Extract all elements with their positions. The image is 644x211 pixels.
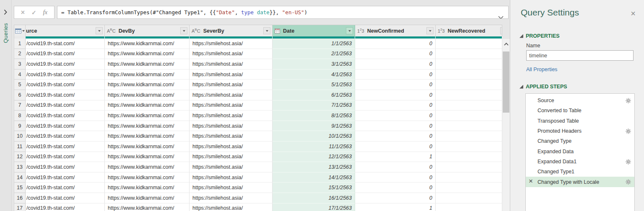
table-cell[interactable]: 0 — [355, 49, 436, 59]
table-cell[interactable]: https://www.kidkarnmai.com/ — [105, 193, 190, 203]
step-settings-gear-icon[interactable] — [626, 159, 631, 165]
formula-input[interactable]: = Table.TransformColumnTypes(#"Changed T… — [57, 6, 509, 19]
table-cell[interactable] — [436, 172, 502, 183]
table-cell[interactable]: https://www.kidkarnmai.com/ — [105, 59, 190, 69]
vertical-scrollbar[interactable] — [502, 39, 510, 211]
table-cell[interactable]: 0 — [355, 142, 436, 152]
table-cell[interactable]: /covid19.th-stat.com/ — [26, 90, 105, 100]
table-cell[interactable] — [436, 203, 502, 211]
table-cell[interactable]: 0 — [355, 131, 436, 142]
row-number[interactable]: 11 — [14, 142, 26, 152]
table-cell[interactable]: 15/1/2563 — [273, 183, 355, 193]
table-cell[interactable]: 16/1/2563 — [273, 193, 355, 203]
table-cell[interactable]: 0 — [355, 121, 436, 131]
column-header-DevBy[interactable]: ABCDevBy — [105, 25, 190, 36]
applied-step-changed-type[interactable]: Changed Type — [526, 136, 634, 146]
table-cell[interactable]: 14/1/2563 — [273, 172, 355, 183]
table-cell[interactable]: /covid19.th-stat.com/ — [26, 111, 105, 121]
table-cell[interactable]: 1/1/2563 — [273, 39, 355, 49]
table-cell[interactable]: /covid19.th-stat.com/ — [26, 203, 105, 211]
table-cell[interactable]: 0 — [355, 69, 436, 80]
scroll-up-icon[interactable] — [502, 39, 510, 49]
table-cell[interactable]: /covid19.th-stat.com/ — [26, 152, 105, 162]
table-cell[interactable]: https://smilehost.asia/ — [190, 131, 273, 142]
applied-step-expanded-data[interactable]: Expanded Data — [526, 146, 634, 156]
table-cell[interactable]: /covid19.th-stat.com/ — [26, 49, 105, 59]
step-settings-gear-icon[interactable] — [626, 129, 631, 134]
cancel-formula-icon[interactable]: × — [21, 9, 25, 16]
table-cell[interactable]: 0 — [355, 80, 436, 90]
table-cell[interactable]: https://smilehost.asia/ — [190, 39, 273, 49]
table-cell[interactable]: 0 — [355, 90, 436, 100]
table-cell[interactable]: 0 — [355, 183, 436, 193]
table-cell[interactable]: https://www.kidkarnmai.com/ — [105, 203, 190, 211]
table-cell[interactable]: https://www.kidkarnmai.com/ — [105, 100, 190, 111]
column-header-urce[interactable]: urce — [26, 25, 105, 36]
table-cell[interactable]: 2/1/2563 — [273, 49, 355, 59]
table-cell[interactable]: https://smilehost.asia/ — [190, 80, 273, 90]
table-cell[interactable]: 0 — [355, 162, 436, 172]
row-number[interactable]: 2 — [14, 49, 26, 59]
table-cell[interactable] — [436, 131, 502, 142]
table-cell[interactable]: https://www.kidkarnmai.com/ — [105, 90, 190, 100]
table-cell[interactable]: https://smilehost.asia/ — [190, 69, 273, 80]
column-header-SeverBy[interactable]: ABCSeverBy — [190, 25, 273, 36]
table-cell[interactable] — [436, 80, 502, 90]
table-cell[interactable]: https://smilehost.asia/ — [190, 111, 273, 121]
applied-steps-section-header[interactable]: APPLIED STEPS — [519, 84, 567, 90]
column-header-Date[interactable]: Date — [273, 25, 355, 36]
table-cell[interactable]: 9/1/2563 — [273, 121, 355, 131]
table-cell[interactable]: https://smilehost.asia/ — [190, 121, 273, 131]
table-cell[interactable]: https://www.kidkarnmai.com/ — [105, 49, 190, 59]
table-cell[interactable]: 1 — [355, 152, 436, 162]
table-cell[interactable]: /covid19.th-stat.com/ — [26, 80, 105, 90]
table-cell[interactable]: /covid19.th-stat.com/ — [26, 162, 105, 172]
table-cell[interactable]: 7/1/2563 — [273, 100, 355, 111]
table-cell[interactable]: 13/1/2563 — [273, 162, 355, 172]
row-number[interactable]: 5 — [14, 80, 26, 90]
table-cell[interactable]: https://www.kidkarnmai.com/ — [105, 131, 190, 142]
table-cell[interactable]: /covid19.th-stat.com/ — [26, 131, 105, 142]
table-cell[interactable]: https://www.kidkarnmai.com/ — [105, 183, 190, 193]
row-number[interactable]: 10 — [14, 131, 26, 142]
table-cell[interactable]: https://smilehost.asia/ — [190, 142, 273, 152]
table-cell[interactable] — [436, 39, 502, 49]
filter-dropdown-button[interactable] — [263, 27, 270, 34]
table-cell[interactable]: 12/1/2563 — [273, 152, 355, 162]
formula-expand-chevron-icon[interactable] — [498, 11, 504, 19]
table-cell[interactable]: 6/1/2563 — [273, 90, 355, 100]
scrollbar-thumb[interactable] — [503, 51, 509, 113]
step-settings-gear-icon[interactable] — [626, 179, 631, 185]
fx-add-step-button[interactable]: fx — [43, 9, 47, 16]
table-cell[interactable]: /covid19.th-stat.com/ — [26, 59, 105, 69]
row-number[interactable]: 4 — [14, 69, 26, 80]
table-cell[interactable]: 17/1/2563 — [273, 203, 355, 211]
table-cell[interactable] — [436, 142, 502, 152]
table-cell[interactable]: 0 — [355, 172, 436, 183]
row-number[interactable]: 9 — [14, 121, 26, 131]
row-number[interactable]: 1 — [14, 39, 26, 49]
filter-dropdown-button[interactable] — [96, 27, 103, 34]
applied-step-converted-to-table[interactable]: Converted to Table — [526, 106, 634, 116]
table-cell[interactable]: /covid19.th-stat.com/ — [26, 39, 105, 49]
table-cell[interactable]: 0 — [355, 59, 436, 69]
table-cell[interactable]: 8/1/2563 — [273, 111, 355, 121]
row-number[interactable]: 17 — [14, 203, 26, 211]
column-header-NewConfirmed[interactable]: 123NewConfirmed — [355, 25, 436, 36]
filter-dropdown-button[interactable] — [180, 27, 187, 34]
table-cell[interactable]: https://www.kidkarnmai.com/ — [105, 162, 190, 172]
expand-queries-pane-icon[interactable] — [4, 9, 7, 17]
table-cell[interactable]: 0 — [355, 39, 436, 49]
table-cell[interactable]: https://www.kidkarnmai.com/ — [105, 111, 190, 121]
delete-step-icon[interactable]: × — [529, 177, 533, 185]
table-cell[interactable]: 0 — [355, 111, 436, 121]
table-cell[interactable] — [436, 162, 502, 172]
table-cell[interactable]: https://smilehost.asia/ — [190, 90, 273, 100]
table-cell[interactable]: 1 — [355, 203, 436, 211]
table-cell[interactable]: 10/1/2563 — [273, 131, 355, 142]
row-number[interactable]: 16 — [14, 193, 26, 203]
row-number[interactable]: 12 — [14, 152, 26, 162]
table-cell[interactable] — [436, 121, 502, 131]
table-cell[interactable]: /covid19.th-stat.com/ — [26, 69, 105, 80]
table-cell[interactable]: /covid19.th-stat.com/ — [26, 100, 105, 111]
